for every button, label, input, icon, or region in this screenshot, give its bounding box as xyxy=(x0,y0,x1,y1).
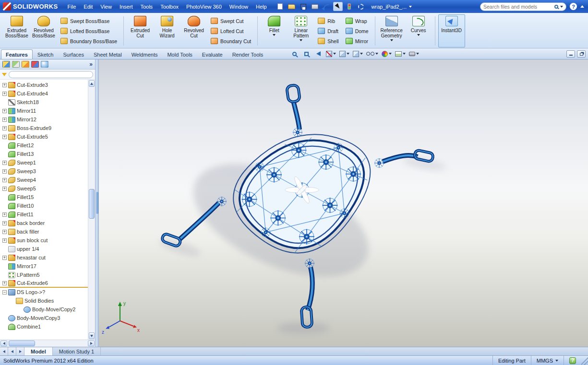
command-tab[interactable]: Mold Tools xyxy=(162,49,197,59)
document-tab[interactable]: Motion Study 1 xyxy=(53,347,101,355)
options-button[interactable] xyxy=(356,2,366,11)
vertical-scroll-thumb[interactable] xyxy=(89,189,95,219)
apply-scene-button[interactable] xyxy=(395,49,406,59)
tree-item[interactable]: + Mirror11 xyxy=(0,106,88,115)
expand-toggle[interactable]: + xyxy=(2,161,7,165)
command-tab[interactable]: Render Tools xyxy=(228,49,268,59)
linear-pattern-dropdown-icon[interactable] xyxy=(300,39,302,41)
status-help-button[interactable]: ? xyxy=(569,357,576,364)
ribbon-small-button[interactable]: Lofted Boss/Base xyxy=(58,27,120,35)
command-tab[interactable]: Surfaces xyxy=(59,49,89,59)
ribbon-small-button[interactable]: Swept Boss/Base xyxy=(58,17,120,25)
expand-toggle[interactable]: + xyxy=(2,135,7,139)
expand-toggle[interactable]: + xyxy=(2,221,7,225)
hide-show-items-button[interactable] xyxy=(366,49,378,59)
dimxpertmanager-tab-icon[interactable] xyxy=(31,61,39,68)
featuremanager-tab-icon[interactable] xyxy=(2,61,10,68)
new-document-button[interactable] xyxy=(276,2,285,11)
panel-overflow-chevrons-icon[interactable]: » xyxy=(89,61,93,68)
undo-button[interactable] xyxy=(322,2,331,11)
expand-toggle[interactable] xyxy=(2,204,7,208)
zoom-fit-button[interactable] xyxy=(290,49,299,59)
splitter-grip[interactable] xyxy=(96,192,98,214)
tree-item[interactable]: + Cut-Extrude5 xyxy=(0,132,88,141)
curves-dropdown-icon[interactable] xyxy=(417,34,420,36)
menu-item[interactable]: PhotoView 360 xyxy=(182,2,226,12)
expand-toggle[interactable]: + xyxy=(2,212,7,217)
tree-item[interactable]: + hexastar cut xyxy=(0,253,88,262)
expand-toggle[interactable] xyxy=(2,152,7,156)
ribbon-small-button[interactable]: Dome xyxy=(343,27,371,35)
propertymanager-tab-icon[interactable] xyxy=(12,61,20,68)
open-button[interactable] xyxy=(287,2,297,11)
expand-toggle[interactable]: − xyxy=(2,290,7,294)
expand-toggle[interactable]: + xyxy=(2,187,7,191)
tree-item[interactable]: Fillet12 xyxy=(0,141,88,150)
extruded-cut-button[interactable]: Extruded Cut xyxy=(127,14,154,47)
command-tab[interactable]: Evaluate xyxy=(197,49,228,59)
expand-toggle[interactable]: + xyxy=(2,126,7,130)
hole-wizard-button[interactable]: Hole Wizard xyxy=(154,14,180,47)
ribbon-small-button[interactable]: Mirror xyxy=(343,37,371,45)
model-canvas[interactable]: y x z xyxy=(99,59,588,347)
collapse-ribbon-icon[interactable] xyxy=(580,5,584,8)
window-restore-button[interactable] xyxy=(577,50,586,58)
tree-item[interactable]: + back filler xyxy=(0,227,88,236)
tree-item[interactable]: + Sweep4 xyxy=(0,176,88,184)
expand-toggle[interactable]: + xyxy=(2,109,7,113)
expand-toggle[interactable]: + xyxy=(2,238,7,243)
apply-scene-dropdown-icon[interactable] xyxy=(403,53,406,55)
tree-item[interactable]: Body-Move/Copy3 xyxy=(0,314,88,322)
command-tab[interactable]: Sketch xyxy=(33,49,59,59)
revolved-cut-button[interactable]: Revolved Cut xyxy=(180,14,207,47)
command-tab[interactable]: Features xyxy=(1,49,33,59)
tree-item[interactable]: + Sweep1 xyxy=(0,158,88,167)
menu-item[interactable]: Insert xyxy=(116,2,137,12)
select-tool-button[interactable] xyxy=(333,2,343,11)
menu-item[interactable]: Toolbox xyxy=(156,2,182,12)
displaymanager-tab-icon[interactable] xyxy=(41,61,48,68)
revolved-boss-base-button[interactable]: Revolved Boss/Base xyxy=(30,14,57,47)
linear-pattern-button[interactable]: Linear Pattern xyxy=(288,14,314,47)
document-tab[interactable]: Model xyxy=(24,347,53,355)
scroll-down-button[interactable] xyxy=(89,332,95,339)
tree-item[interactable]: + Sweep3 xyxy=(0,167,88,176)
print-button[interactable] xyxy=(310,2,320,11)
document-title[interactable]: wrap_iPad2_... xyxy=(372,4,412,10)
search-input[interactable] xyxy=(483,4,552,10)
view-settings-button[interactable] xyxy=(409,49,419,59)
units-dropdown-icon[interactable] xyxy=(555,360,558,362)
tree-item[interactable]: Combine1 xyxy=(0,322,88,331)
tab-scroll-prev-button[interactable] xyxy=(8,347,16,355)
expand-toggle[interactable] xyxy=(2,195,7,200)
document-dropdown-icon[interactable] xyxy=(409,6,412,8)
menu-item[interactable]: File xyxy=(64,2,80,12)
menu-item[interactable]: View xyxy=(96,2,116,12)
tree-item[interactable]: upper 1/4 xyxy=(0,245,88,253)
menu-item[interactable]: Window xyxy=(226,2,252,12)
search-box[interactable] xyxy=(480,2,566,11)
expand-toggle[interactable] xyxy=(2,264,7,269)
tree-item[interactable]: − DS Logo->? xyxy=(0,288,88,296)
help-button[interactable]: ? xyxy=(570,3,577,10)
tree-horizontal-scrollbar[interactable] xyxy=(0,340,95,347)
graphics-viewport[interactable]: y x z xyxy=(99,59,588,347)
configurationmanager-tab-icon[interactable] xyxy=(22,61,29,68)
scroll-up-button[interactable] xyxy=(89,80,95,87)
previous-view-button[interactable] xyxy=(314,49,323,59)
scroll-right-button[interactable] xyxy=(88,341,95,346)
ribbon-small-button[interactable]: Boundary Boss/Base xyxy=(58,37,120,45)
ribbon-small-button[interactable]: Wrap xyxy=(343,17,371,25)
tree-item[interactable]: + back border xyxy=(0,219,88,227)
expand-toggle[interactable]: + xyxy=(2,178,7,182)
expand-toggle[interactable]: + xyxy=(2,256,7,260)
ribbon-small-button[interactable]: Draft xyxy=(315,27,341,35)
reference-geometry-dropdown-icon[interactable] xyxy=(390,39,393,41)
filter-funnel-icon[interactable] xyxy=(2,73,7,76)
expand-toggle[interactable]: + xyxy=(2,118,7,122)
tree-item[interactable]: + Mirror12 xyxy=(0,115,88,124)
panel-splitter[interactable] xyxy=(96,59,99,347)
resize-grip[interactable] xyxy=(581,356,588,365)
display-style-button[interactable] xyxy=(353,49,363,59)
ribbon-small-button[interactable]: Shell xyxy=(315,37,341,45)
